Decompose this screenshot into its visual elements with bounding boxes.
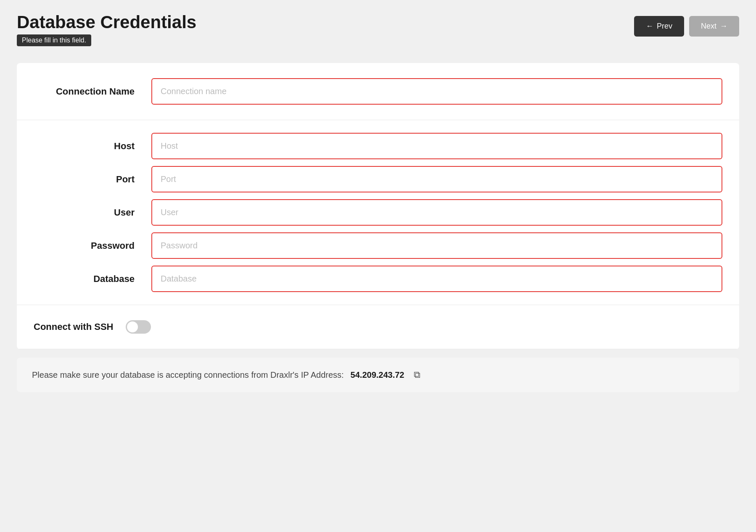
host-input[interactable] [151,133,722,159]
user-input[interactable] [151,199,722,226]
content-card: Connection Name Host Port User Password [17,63,739,349]
next-button[interactable]: Next → [689,16,739,37]
header: Database Credentials Please fill in this… [0,0,756,55]
copy-icon[interactable]: ⧉ [414,369,420,380]
database-input[interactable] [151,266,722,292]
ssh-section: Connect with SSH [17,305,739,349]
password-row: Password [34,232,722,259]
connection-name-label: Connection Name [34,86,135,97]
page-container: Database Credentials Please fill in this… [0,0,756,532]
ssh-label: Connect with SSH [34,321,113,332]
next-arrow-icon: → [720,22,727,31]
ssh-toggle[interactable] [126,320,151,334]
validation-tooltip: Please fill in this field. [17,34,91,46]
prev-label: Prev [657,22,672,31]
port-input[interactable] [151,166,722,192]
ip-address: 54.209.243.72 [351,370,404,380]
user-label: User [34,207,135,218]
prev-arrow-icon: ← [646,22,653,31]
password-input[interactable] [151,232,722,259]
info-box: Please make sure your database is accept… [17,358,739,392]
port-label: Port [34,174,135,185]
port-row: Port [34,166,722,192]
host-label: Host [34,141,135,152]
prev-button[interactable]: ← Prev [634,16,684,37]
password-label: Password [34,240,135,251]
host-row: Host [34,133,722,159]
database-row: Database [34,266,722,292]
user-row: User [34,199,722,226]
next-label: Next [701,22,716,31]
header-left: Database Credentials Please fill in this… [17,13,196,46]
toggle-slider [126,320,151,334]
database-label: Database [34,274,135,284]
info-text: Please make sure your database is accept… [32,370,344,380]
connection-name-input[interactable] [151,78,722,105]
connection-name-section: Connection Name [17,63,739,120]
page-title: Database Credentials [17,13,196,32]
db-credentials-section: Host Port User Password Database [17,120,739,305]
header-buttons: ← Prev Next → [634,16,739,37]
